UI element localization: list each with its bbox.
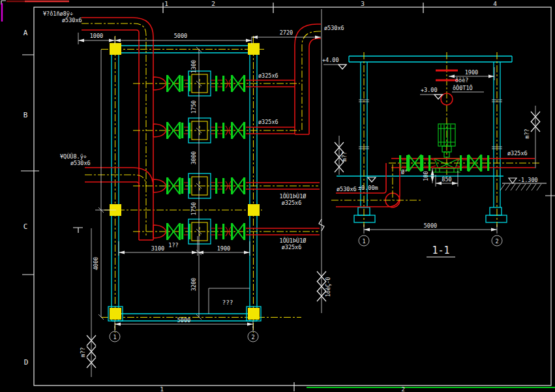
elev-hook: +3.00 bbox=[421, 87, 438, 93]
dim-1300: 1300 bbox=[190, 60, 197, 73]
elevation-markers: +4.00 +3.00 ±0.00m bbox=[322, 57, 443, 191]
discharge-size: ø325x6 bbox=[507, 150, 528, 157]
dim-2720: 2720 bbox=[280, 29, 293, 36]
cad-drawing: 1 2 3 4 A B C D 1 2 bbox=[0, 0, 555, 392]
break-note: 1ôèÇ-0 bbox=[325, 277, 331, 297]
dim-5000-top: 5000 bbox=[174, 33, 187, 39]
room-label: ??? bbox=[222, 299, 233, 306]
branch1-note: 1ÔÙ1ÞÙ1Ø bbox=[280, 192, 307, 200]
grid-col-3: 3 bbox=[361, 0, 365, 7]
grid-col-1-bottom: 1 bbox=[160, 385, 164, 392]
row2-out-size: ø325x6 bbox=[258, 119, 278, 125]
dim-1900: 1900 bbox=[217, 245, 230, 252]
inlet-mid-size: ø530x6 bbox=[70, 160, 91, 166]
axis-bubble-2: 2 bbox=[495, 238, 498, 245]
dim-1000: 1000 bbox=[90, 33, 103, 39]
axis-bubble-1: 1 bbox=[113, 334, 116, 340]
dim-100: 100 bbox=[423, 171, 429, 181]
grid-row-d: D bbox=[24, 358, 29, 367]
axis-bubble-1: 1 bbox=[362, 238, 365, 245]
section-cut-mark bbox=[73, 228, 83, 233]
grid-row-a: A bbox=[23, 29, 28, 37]
inlet-top-size: ø530x6 bbox=[62, 17, 82, 23]
axis-bubble-2: 2 bbox=[251, 334, 254, 340]
break-note: m?? bbox=[80, 347, 86, 357]
section-structure bbox=[337, 52, 512, 227]
inlet-top-note: ¥?ô1ñø8ÿ÷ bbox=[43, 10, 73, 17]
outlet-size: ø530x6 bbox=[324, 25, 344, 31]
plan-outlet-header bbox=[295, 24, 321, 134]
dim-3100: 3100 bbox=[151, 245, 164, 252]
dim-1750-b: 1750 bbox=[190, 202, 197, 215]
branch2-note: 1ÔÙ1ÞÙ1Ø bbox=[280, 237, 307, 244]
grid-col-4: 4 bbox=[493, 0, 497, 7]
hoist-hook bbox=[436, 52, 458, 175]
dim-3200: 3200 bbox=[190, 278, 197, 291]
branch2-size: ø325x6 bbox=[282, 244, 302, 250]
section-title-text: 1-1 bbox=[432, 245, 449, 256]
pump-note: 1?? bbox=[168, 242, 178, 249]
dim-5000: 5000 bbox=[424, 222, 437, 229]
section-break-left: m?? bbox=[335, 136, 348, 175]
dim-1900: 1900 bbox=[465, 69, 478, 76]
pipe-tag: Ø° bbox=[401, 169, 408, 175]
grid-row-c: C bbox=[23, 222, 28, 231]
plan-view: 1ôèÇ-0 m?? ??? 1000 5000 2720 1300 1750 bbox=[43, 9, 344, 377]
grid-col-2-bottom: 2 bbox=[401, 385, 405, 392]
grid-row-b: B bbox=[23, 111, 28, 119]
plan-room: ??? bbox=[209, 288, 250, 314]
elev-roof: +4.00 bbox=[322, 57, 339, 63]
grid-col-2: 2 bbox=[211, 0, 215, 7]
dim-1750-a: 1750 bbox=[190, 100, 197, 113]
sheet-frame: 1 2 3 4 A B C D 1 2 bbox=[1, 0, 555, 392]
ground-line: -1.300 bbox=[500, 177, 547, 190]
cad-viewport[interactable]: 1 2 3 4 A B C D 1 2 bbox=[0, 0, 555, 392]
hoist-note-2: ôÔ0T1Ô bbox=[453, 84, 473, 91]
dim-3000: 3000 bbox=[190, 151, 197, 164]
elev-floor: ±0.00m bbox=[358, 185, 378, 191]
dim-850: 850 bbox=[442, 176, 451, 183]
elev-ground: -1.300 bbox=[518, 177, 538, 183]
section-view: m?? m?? -1.300 +4.00 +3.00 ±0.00m ôõè? ô… bbox=[322, 52, 547, 257]
inlet-mid-note: ¥QÙÛ8.ÿ÷ bbox=[60, 153, 87, 160]
break-note: m?? bbox=[524, 128, 530, 138]
plan-bottom-break-line: m?? bbox=[73, 228, 96, 377]
row1-out-size: ø325x6 bbox=[258, 72, 278, 79]
dim-4000: 4000 bbox=[93, 257, 99, 270]
hoist-note-1: ôõè? bbox=[455, 77, 468, 83]
break-note: m?? bbox=[341, 151, 348, 161]
branch1-size: ø325x6 bbox=[282, 200, 302, 206]
grid-col-1: 1 bbox=[164, 0, 168, 7]
flange-pair bbox=[215, 76, 224, 91]
section-title: 1-1 bbox=[427, 245, 455, 257]
suction-size: ø530x6 bbox=[337, 186, 357, 192]
dim-5000-bottom: 5000 bbox=[177, 317, 190, 324]
plan-match-line: 1ôèÇ-0 bbox=[317, 9, 331, 313]
